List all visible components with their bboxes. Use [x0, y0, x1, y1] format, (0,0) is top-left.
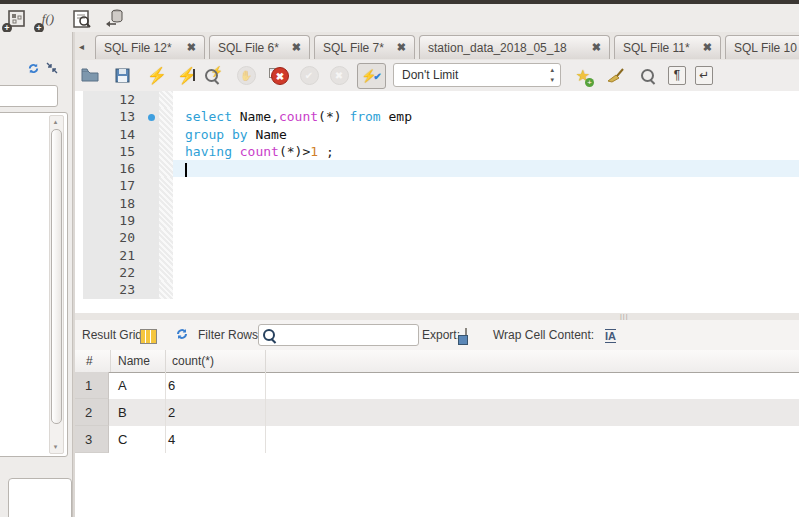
- code-line[interactable]: [173, 91, 799, 108]
- code-line[interactable]: [173, 229, 799, 246]
- tab-sql-file-6[interactable]: SQL File 6* ✖: [209, 35, 310, 59]
- tab-close-icon[interactable]: ✖: [397, 41, 406, 54]
- filter-rows-label: Filter Rows:: [198, 328, 261, 342]
- tab-close-icon[interactable]: ✖: [187, 41, 196, 54]
- table-inspector-button[interactable]: [70, 7, 94, 31]
- code-line[interactable]: select Name,count(*) from emp: [173, 108, 799, 125]
- wrap-cell-content-button[interactable]: IA: [605, 329, 616, 343]
- column-header-count[interactable]: count(*): [172, 354, 214, 368]
- code-line[interactable]: group by Name: [173, 126, 799, 143]
- row-index-cell[interactable]: 1: [75, 372, 109, 399]
- editor-line[interactable]: 19: [75, 212, 799, 229]
- editor-line[interactable]: 18: [75, 195, 799, 212]
- tab-sql-file-10[interactable]: SQL File 10 ✖: [725, 35, 799, 59]
- execute-current-button[interactable]: ⚡: [174, 64, 198, 86]
- table-row[interactable]: 1A6: [75, 372, 799, 399]
- code-token: (*): [279, 144, 302, 159]
- export-button[interactable]: [465, 328, 467, 344]
- sidebar-refresh-button[interactable]: [27, 62, 40, 78]
- explain-button[interactable]: ⚡: [202, 64, 226, 86]
- editor-line[interactable]: 21: [75, 247, 799, 264]
- wrap-text-button[interactable]: ↵: [692, 64, 716, 86]
- row-index-cell[interactable]: 3: [75, 426, 109, 453]
- cell-count[interactable]: 4: [168, 426, 175, 453]
- execute-button[interactable]: ⚡: [145, 64, 169, 86]
- result-refresh-button[interactable]: [175, 327, 189, 344]
- code-line[interactable]: [173, 264, 799, 281]
- tab-close-icon[interactable]: ✖: [703, 41, 712, 54]
- tab-station-data-2018-05-18[interactable]: station_data_2018_05_18 ✖: [419, 35, 610, 59]
- database-connection-button[interactable]: [103, 7, 127, 31]
- row-index-cell[interactable]: 2: [75, 399, 109, 426]
- cell-count[interactable]: 2: [168, 399, 175, 426]
- add-object-button[interactable]: +: [4, 7, 28, 31]
- new-snippet-button[interactable]: ★: [571, 64, 595, 86]
- gutter-margin: [75, 143, 83, 160]
- editor-line[interactable]: 12: [75, 91, 799, 108]
- text-caret: [185, 163, 187, 177]
- tab-scroll-left-button[interactable]: ◂: [79, 41, 84, 52]
- tab-sql-file-11[interactable]: SQL File 11* ✖: [614, 35, 721, 59]
- sidebar-scrollbar[interactable]: ▴ ▾: [49, 115, 64, 454]
- spinner-icon[interactable]: ▴▾: [550, 65, 554, 85]
- line-number: 16: [83, 160, 145, 177]
- fold-gutter: [159, 143, 173, 160]
- results-splitter[interactable]: |||: [75, 313, 799, 320]
- cell-name[interactable]: C: [118, 426, 127, 453]
- table-row[interactable]: 3C4: [75, 426, 799, 453]
- line-number: 15: [83, 143, 145, 160]
- code-line[interactable]: [173, 247, 799, 264]
- editor-line[interactable]: 17: [75, 177, 799, 194]
- table-row[interactable]: 2B2: [75, 399, 799, 426]
- tab-sql-file-12[interactable]: SQL File 12* ✖: [95, 35, 205, 59]
- stop-on-error-icon: ✖: [271, 67, 289, 85]
- code-line[interactable]: [173, 212, 799, 229]
- show-invisibles-button[interactable]: ¶: [665, 64, 689, 86]
- beautify-button[interactable]: [603, 64, 627, 86]
- column-divider: [165, 372, 166, 453]
- explain-magnifier-icon: [205, 69, 218, 82]
- code-line[interactable]: [173, 195, 799, 212]
- stop-button: ✋: [234, 64, 258, 86]
- cell-name[interactable]: A: [118, 372, 127, 399]
- column-header-index[interactable]: #: [86, 354, 93, 368]
- fold-gutter: [159, 212, 173, 229]
- stop-on-error-button[interactable]: ✖: [266, 64, 290, 86]
- tab-label: SQL File 12*: [104, 41, 172, 55]
- toggle-autocommit-button[interactable]: ⚡ ✔: [357, 63, 386, 89]
- filter-rows-input[interactable]: [258, 324, 419, 346]
- gutter-margin: [75, 195, 83, 212]
- tab-close-icon[interactable]: ✖: [592, 41, 601, 54]
- column-header-name[interactable]: Name: [118, 354, 150, 368]
- code-token: count: [279, 109, 318, 124]
- limit-rows-dropdown[interactable]: Don't Limit ▴▾: [393, 63, 561, 87]
- editor-line[interactable]: 14group by Name: [75, 126, 799, 143]
- tab-sql-file-7[interactable]: SQL File 7* ✖: [314, 35, 415, 59]
- cell-count[interactable]: 6: [168, 372, 175, 399]
- cell-name[interactable]: B: [118, 399, 127, 426]
- add-function-button[interactable]: f() +: [36, 7, 60, 31]
- result-grid-toolbar: Result Grid Filter Rows: Export: Wrap Ce…: [75, 320, 799, 351]
- open-file-button[interactable]: [78, 64, 102, 86]
- sql-code-editor[interactable]: 1213select Name,count(*) from emp14group…: [75, 91, 799, 313]
- editor-line[interactable]: 22: [75, 264, 799, 281]
- editor-line[interactable]: 16: [75, 160, 799, 177]
- editor-line[interactable]: 23: [75, 281, 799, 298]
- schema-tree-panel[interactable]: ▴ ▾: [0, 112, 68, 457]
- sidebar-scrollbar-thumb[interactable]: [51, 129, 62, 424]
- scroll-down-icon[interactable]: ▾: [50, 443, 61, 451]
- sidebar-search-input[interactable]: [0, 85, 58, 107]
- code-line[interactable]: [173, 177, 799, 194]
- editor-line[interactable]: 15having count(*)>1 ;: [75, 143, 799, 160]
- scroll-up-icon[interactable]: ▴: [50, 118, 61, 126]
- find-button[interactable]: [635, 64, 659, 86]
- marker-gutter: [145, 91, 159, 108]
- editor-line[interactable]: 13select Name,count(*) from emp: [75, 108, 799, 125]
- code-line[interactable]: [173, 160, 799, 177]
- sidebar-collapse-button[interactable]: [46, 62, 58, 77]
- editor-line[interactable]: 20: [75, 229, 799, 246]
- code-line[interactable]: [173, 281, 799, 298]
- save-button[interactable]: [110, 64, 134, 86]
- tab-close-icon[interactable]: ✖: [292, 41, 301, 54]
- code-line[interactable]: having count(*)>1 ;: [173, 143, 799, 160]
